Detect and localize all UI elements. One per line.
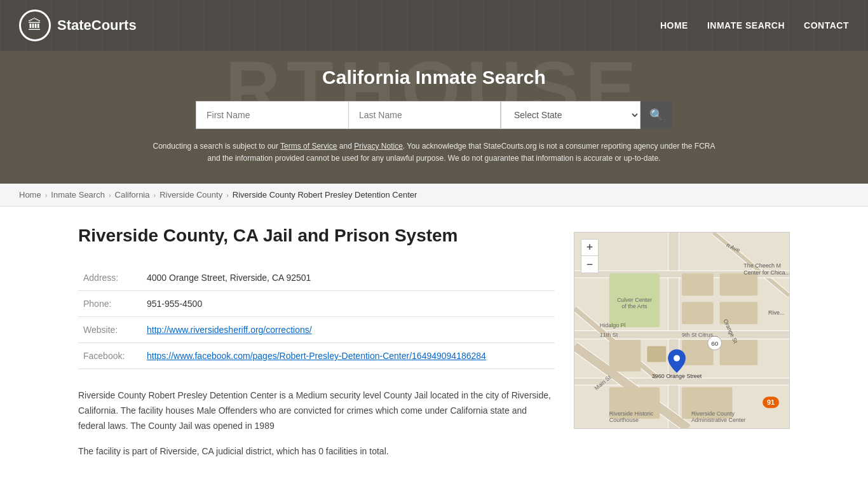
svg-text:3960 Orange Street: 3960 Orange Street xyxy=(652,373,702,379)
svg-rect-17 xyxy=(682,274,714,296)
breadcrumb-california[interactable]: California xyxy=(115,190,150,200)
address-value: 4000 Orange Street, Riverside, CA 92501 xyxy=(142,265,555,291)
nav-inmate-search[interactable]: INMATE SEARCH xyxy=(707,20,785,30)
facebook-value: https://www.facebook.com/pages/Robert-Pr… xyxy=(142,343,555,369)
breadcrumb-sep-4: › xyxy=(226,191,229,199)
svg-text:of the Arts: of the Arts xyxy=(621,304,648,310)
nav-contact[interactable]: CONTACT xyxy=(804,20,849,30)
svg-text:The Cheech M: The Cheech M xyxy=(743,262,781,269)
phone-label: Phone: xyxy=(78,291,142,317)
logo-icon: 🏛 xyxy=(19,10,51,41)
map-svg: 91 60 3960 Orange Street Culver Center o… xyxy=(574,233,789,428)
page-title: Riverside County, CA Jail and Prison Sys… xyxy=(78,226,555,246)
disclaimer-text: Conducting a search is subject to our Te… xyxy=(148,140,720,165)
breadcrumb: Home › Inmate Search › California › Rive… xyxy=(0,184,868,207)
svg-text:Center for Chica...: Center for Chica... xyxy=(743,269,789,276)
hero-section: RTHOUSE California Inmate Search Select … xyxy=(0,51,868,184)
svg-text:9th St  Citrus...: 9th St Citrus... xyxy=(682,332,718,338)
breadcrumb-riverside-county[interactable]: Riverside County xyxy=(159,190,222,200)
map-container: 91 60 3960 Orange Street Culver Center o… xyxy=(574,232,790,429)
main-nav: HOME INMATE SEARCH CONTACT xyxy=(660,20,849,30)
content-right: 91 60 3960 Orange Street Culver Center o… xyxy=(574,226,790,469)
svg-text:Courthouse: Courthouse xyxy=(609,417,639,423)
svg-rect-16 xyxy=(647,346,666,362)
facebook-label: Facebook: xyxy=(78,343,142,369)
map-zoom-out[interactable]: − xyxy=(581,256,598,273)
main-container: Riverside County, CA Jail and Prison Sys… xyxy=(53,207,815,488)
svg-text:Administrative Center: Administrative Center xyxy=(691,417,745,423)
svg-text:Rive...: Rive... xyxy=(768,310,784,316)
svg-text:11th St: 11th St xyxy=(600,332,618,338)
svg-text:91: 91 xyxy=(767,399,775,407)
nav-home[interactable]: HOME xyxy=(660,20,688,30)
svg-point-31 xyxy=(674,355,680,362)
svg-text:Hidalgo Pl: Hidalgo Pl xyxy=(600,322,626,329)
description-para-1: Riverside County Robert Presley Detentio… xyxy=(78,388,555,433)
svg-text:60: 60 xyxy=(711,340,719,347)
logo-text: StateCourts xyxy=(57,17,137,34)
facebook-link[interactable]: https://www.facebook.com/pages/Robert-Pr… xyxy=(147,351,486,361)
table-row-facebook: Facebook: https://www.facebook.com/pages… xyxy=(78,343,555,369)
website-label: Website: xyxy=(78,317,142,343)
search-button[interactable]: 🔍 xyxy=(641,101,672,129)
map-zoom-in[interactable]: + xyxy=(581,240,598,256)
privacy-link[interactable]: Privacy Notice xyxy=(354,142,403,151)
description-para-2: The facility is part of Riverside, CA ju… xyxy=(78,444,555,459)
info-table: Address: 4000 Orange Street, Riverside, … xyxy=(78,265,555,369)
first-name-input[interactable] xyxy=(196,101,348,129)
svg-rect-23 xyxy=(720,340,758,365)
content-left: Riverside County, CA Jail and Prison Sys… xyxy=(78,226,555,469)
description-section: Riverside County Robert Presley Detentio… xyxy=(78,388,555,459)
last-name-input[interactable] xyxy=(348,101,501,129)
table-row-address: Address: 4000 Orange Street, Riverside, … xyxy=(78,265,555,291)
breadcrumb-sep-3: › xyxy=(154,191,156,199)
svg-text:Culver Center: Culver Center xyxy=(617,297,652,304)
header: 🏛 StateCourts HOME INMATE SEARCH CONTACT xyxy=(0,0,868,51)
breadcrumb-inmate-search[interactable]: Inmate Search xyxy=(51,190,105,200)
breadcrumb-home[interactable]: Home xyxy=(19,190,41,200)
table-row-website: Website: http://www.riversidesheriff.org… xyxy=(78,317,555,343)
address-label: Address: xyxy=(78,265,142,291)
svg-rect-18 xyxy=(720,274,758,296)
svg-text:Riverside Historic: Riverside Historic xyxy=(609,411,654,417)
breadcrumb-sep-2: › xyxy=(109,191,111,199)
map-controls: + − xyxy=(581,239,599,273)
terms-link[interactable]: Terms of Service xyxy=(280,142,337,151)
website-link[interactable]: http://www.riversidesheriff.org/correcti… xyxy=(147,325,312,335)
state-select[interactable]: Select StateCaliforniaTexasFloridaNew Yo… xyxy=(501,101,641,129)
search-icon: 🔍 xyxy=(649,108,663,122)
table-row-phone: Phone: 951-955-4500 xyxy=(78,291,555,317)
hero-title: California Inmate Search xyxy=(13,67,855,88)
phone-value: 951-955-4500 xyxy=(142,291,555,317)
svg-text:Riverside County: Riverside County xyxy=(691,411,735,417)
logo-area: 🏛 StateCourts xyxy=(19,10,137,41)
breadcrumb-sep-1: › xyxy=(45,191,48,199)
website-value: http://www.riversidesheriff.org/correcti… xyxy=(142,317,555,343)
search-bar: Select StateCaliforniaTexasFloridaNew Yo… xyxy=(13,101,855,129)
breadcrumb-current: Riverside County Robert Presley Detentio… xyxy=(233,190,417,200)
svg-rect-21 xyxy=(609,340,641,372)
svg-rect-19 xyxy=(682,302,714,325)
